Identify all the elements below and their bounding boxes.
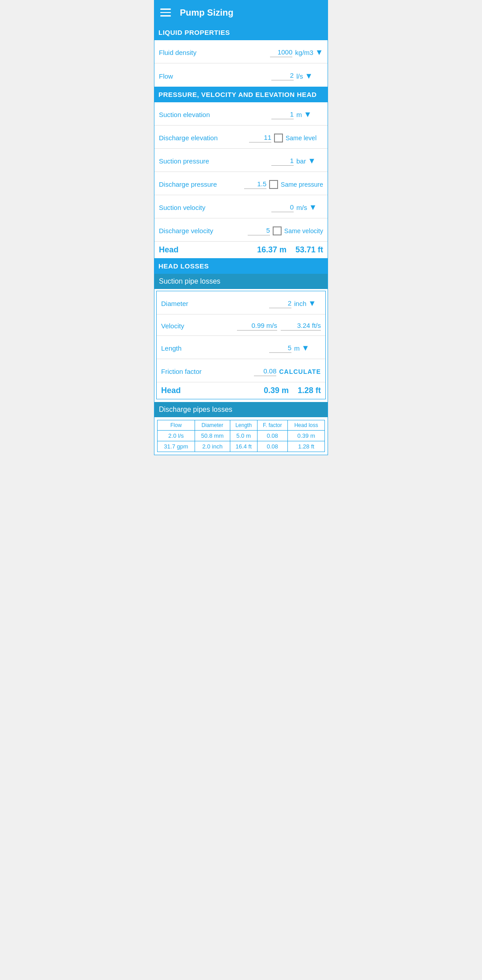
suction-pressure-row: Suction pressure 1 bar ▼ [154, 149, 328, 172]
table-cell: 2.0 l/s [158, 431, 195, 441]
suction-velocity-label: Suction velocity [159, 204, 271, 211]
suction-head-value-m: 0.39 m [264, 386, 289, 395]
suction-velocity-fts: 3.24 ft/s [281, 322, 321, 331]
suction-pressure-unit-select[interactable]: bar ▼ [296, 156, 323, 166]
suction-length-dropdown-icon[interactable]: ▼ [302, 343, 310, 353]
liquid-properties-header: LIQUID PROPERTIES [154, 25, 328, 40]
suction-pressure-unit: bar [296, 157, 306, 165]
discharge-pipe-table-wrap: Flow Diameter Length F. factor Head loss… [154, 417, 328, 455]
pressure-velocity-card: Suction elevation 1 m ▼ Discharge elevat… [154, 102, 328, 259]
fluid-density-unit-select[interactable]: kg/m3 ▼ [295, 48, 323, 57]
fluid-density-value[interactable]: 1000 [270, 48, 292, 57]
suction-velocity-unit: m/s [296, 204, 307, 211]
discharge-pipe-table: Flow Diameter Length F. factor Head loss… [157, 420, 325, 452]
table-cell: 0.08 [257, 441, 288, 452]
discharge-elevation-row: Discharge elevation 11 Same level [154, 126, 328, 149]
table-header-row: Flow Diameter Length F. factor Head loss [158, 420, 325, 431]
col-headloss: Head loss [288, 420, 325, 431]
table-cell: 0.08 [257, 431, 288, 441]
table-row: 31.7 gpm2.0 inch16.4 ft0.081.28 ft [158, 441, 325, 452]
discharge-pressure-same-checkbox[interactable]: Same pressure [269, 180, 323, 189]
flow-unit: l/s [296, 72, 303, 80]
elevation-head-value-ft: 53.71 ft [295, 245, 323, 255]
discharge-pressure-row: Discharge pressure 1.5 Same pressure [154, 172, 328, 195]
suction-velocity-value[interactable]: 0 [271, 203, 294, 212]
table-cell: 31.7 gpm [158, 441, 195, 452]
suction-elevation-dropdown-icon[interactable]: ▼ [304, 110, 312, 119]
flow-unit-select[interactable]: l/s ▼ [296, 71, 323, 81]
suction-length-unit: m [294, 344, 300, 352]
suction-length-unit-select[interactable]: m ▼ [294, 343, 321, 353]
suction-diameter-value[interactable]: 2 [269, 299, 291, 308]
suction-diameter-unit: inch [294, 300, 307, 307]
suction-pipe-losses-header: Suction pipe losses [154, 274, 328, 289]
head-losses-card: Suction pipe losses Diameter 2 inch ▼ Ve… [154, 273, 328, 455]
discharge-elevation-same-level-checkbox[interactable]: Same level [274, 134, 323, 142]
discharge-elevation-label: Discharge elevation [159, 134, 249, 142]
suction-elevation-unit: m [296, 111, 302, 118]
discharge-velocity-same-label: Same velocity [284, 227, 323, 235]
col-flow: Flow [158, 420, 195, 431]
suction-diameter-row: Diameter 2 inch ▼ [157, 291, 325, 314]
discharge-elevation-value[interactable]: 11 [249, 134, 271, 142]
suction-diameter-dropdown-icon[interactable]: ▼ [308, 299, 316, 308]
col-ffactor: F. factor [257, 420, 288, 431]
menu-button[interactable] [160, 8, 171, 17]
app-header: Pump Sizing [154, 0, 328, 25]
discharge-pressure-checkbox-box[interactable] [269, 180, 278, 189]
suction-elevation-row: Suction elevation 1 m ▼ [154, 102, 328, 126]
table-cell: 50.8 mm [195, 431, 230, 441]
suction-velocity-display-label: Velocity [161, 322, 237, 330]
head-losses-header: HEAD LOSSES [154, 259, 328, 273]
suction-velocity-row: Suction velocity 0 m/s ▼ [154, 195, 328, 218]
suction-velocity-ms: 0.99 m/s [237, 322, 277, 331]
col-length: Length [230, 420, 257, 431]
suction-friction-value[interactable]: 0.08 [254, 367, 276, 376]
table-cell: 1.28 ft [288, 441, 325, 452]
suction-diameter-unit-select[interactable]: inch ▼ [294, 299, 321, 308]
suction-velocity-dropdown-icon[interactable]: ▼ [309, 203, 317, 212]
flow-row: Flow 2 l/s ▼ [154, 63, 328, 87]
liquid-properties-card: Fluid density 1000 kg/m3 ▼ Flow 2 l/s ▼ [154, 40, 328, 87]
table-cell: 5.0 m [230, 431, 257, 441]
suction-pipe-losses-card: Diameter 2 inch ▼ Velocity 0.99 m/s 3.24… [156, 291, 326, 399]
fluid-density-row: Fluid density 1000 kg/m3 ▼ [154, 40, 328, 63]
pressure-velocity-section: PRESSURE, VELOCITY AND ELEVATION HEAD Su… [154, 87, 328, 259]
elevation-head-value-m: 16.37 m [257, 245, 287, 255]
discharge-pressure-value[interactable]: 1.5 [244, 180, 266, 189]
fluid-density-dropdown-icon[interactable]: ▼ [315, 48, 323, 57]
col-diameter: Diameter [195, 420, 230, 431]
flow-label: Flow [159, 72, 271, 80]
discharge-velocity-checkbox-box[interactable] [273, 226, 282, 235]
suction-friction-label: Friction factor [161, 368, 254, 375]
suction-length-value[interactable]: 5 [269, 344, 291, 353]
suction-diameter-label: Diameter [161, 300, 269, 307]
app-title: Pump Sizing [180, 8, 233, 18]
discharge-velocity-value[interactable]: 5 [248, 226, 270, 235]
fluid-density-label: Fluid density [159, 49, 270, 56]
suction-velocity-unit-select[interactable]: m/s ▼ [296, 203, 323, 212]
suction-elevation-value[interactable]: 1 [271, 110, 294, 119]
head-losses-section: HEAD LOSSES Suction pipe losses Diameter… [154, 259, 328, 455]
calculate-button[interactable]: CALCULATE [279, 368, 321, 375]
fluid-density-unit: kg/m3 [295, 49, 313, 56]
suction-pressure-value[interactable]: 1 [271, 157, 294, 166]
suction-head-result-row: Head 0.39 m 1.28 ft [157, 382, 325, 399]
suction-head-value-ft: 1.28 ft [298, 386, 321, 395]
table-cell: 0.39 m [288, 431, 325, 441]
discharge-velocity-row: Discharge velocity 5 Same velocity [154, 218, 328, 242]
suction-pressure-dropdown-icon[interactable]: ▼ [308, 156, 316, 166]
discharge-pressure-label: Discharge pressure [159, 180, 244, 188]
elevation-head-label: Head [159, 245, 257, 255]
flow-value[interactable]: 2 [271, 71, 294, 80]
suction-head-label: Head [161, 386, 264, 395]
elevation-head-result-row: Head 16.37 m 53.71 ft [154, 242, 328, 258]
discharge-elevation-same-label: Same level [286, 134, 316, 142]
discharge-velocity-same-checkbox[interactable]: Same velocity [273, 226, 323, 235]
suction-elevation-unit-select[interactable]: m ▼ [296, 110, 323, 119]
table-cell: 16.4 ft [230, 441, 257, 452]
flow-dropdown-icon[interactable]: ▼ [305, 71, 313, 81]
suction-length-row: Length 5 m ▼ [157, 336, 325, 359]
discharge-elevation-checkbox-box[interactable] [274, 134, 283, 142]
discharge-pipe-losses-header: Discharge pipes losses [154, 402, 328, 417]
